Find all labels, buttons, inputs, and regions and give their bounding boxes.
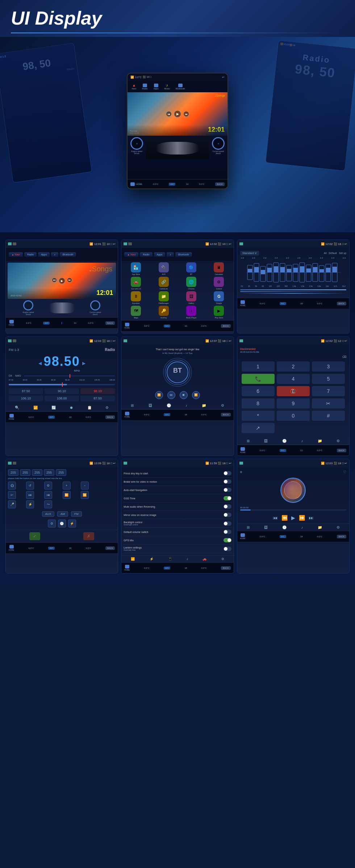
key-1[interactable]: 1: [242, 361, 275, 372]
music-icon-file[interactable]: 📁: [318, 525, 322, 529]
radio-settings-btn[interactable]: ⚙: [105, 406, 109, 410]
bt-photo-btn[interactable]: 🖼: [149, 403, 152, 407]
apps-radio-btn[interactable]: Radio: [140, 252, 152, 257]
nav-music[interactable]: ♪ Music: [162, 82, 172, 90]
toggle-gps-mix[interactable]: [224, 538, 231, 542]
toggle-mute-reverse[interactable]: [224, 504, 231, 509]
nav-bluetooth[interactable]: Bluetooth: [174, 83, 187, 90]
settings-gear-btn[interactable]: ⚙: [221, 557, 224, 561]
play-btn[interactable]: ▶: [174, 110, 181, 118]
nav-radio[interactable]: Radio: [140, 83, 150, 90]
music-home-btn[interactable]: HOME: [240, 533, 246, 539]
back-button[interactable]: BACK: [105, 321, 115, 325]
prev-btn[interactable]: ⏮: [166, 111, 172, 117]
phone-clock-btn[interactable]: 🕐: [282, 439, 287, 443]
music-icon-menu[interactable]: ⊞: [247, 525, 250, 529]
home-play[interactable]: ▶: [59, 278, 65, 284]
radio-rec-btn[interactable]: ⏺: [70, 406, 73, 410]
music-ac-btn[interactable]: A/C: [280, 535, 286, 538]
radio-loop-btn[interactable]: 🔄: [51, 406, 56, 410]
clock-icon-sm[interactable]: 🕐: [58, 520, 66, 528]
am-btn[interactable]: AM: [57, 511, 68, 517]
app-musicplayer[interactable]: ♪ Music Player: [178, 306, 204, 319]
apps-navi-btn[interactable]: ▲ Navi: [124, 252, 138, 257]
bt-ff-btn[interactable]: ⏩: [192, 391, 200, 399]
sc-vol-up[interactable]: +: [63, 482, 71, 490]
bt-prev-btn[interactable]: ⏪: [155, 391, 163, 399]
settings-phone-btn[interactable]: 📱: [168, 557, 172, 561]
bt-stop-btn[interactable]: ⏹: [180, 391, 188, 399]
settings-back-btn[interactable]: BACK: [221, 566, 230, 570]
sc-bt2[interactable]: ⚡: [26, 500, 34, 508]
apps-ac-btn[interactable]: A/C: [164, 325, 170, 327]
phone-file-btn[interactable]: 📁: [318, 439, 322, 443]
key-star[interactable]: *: [242, 411, 275, 421]
app-filemanager[interactable]: 📁 FileManager: [151, 291, 177, 304]
fm-btn[interactable]: FM: [71, 511, 82, 517]
apps-back-btn[interactable]: BACK: [221, 324, 230, 328]
cancel-btn[interactable]: ✗: [83, 532, 94, 540]
key-7[interactable]: 7: [312, 386, 345, 396]
radio-ac-btn[interactable]: A/C: [48, 416, 55, 419]
phone-ac-btn[interactable]: A/C: [280, 449, 286, 452]
back-btn[interactable]: BACK: [215, 182, 225, 186]
bt-clock-btn[interactable]: 🕐: [167, 403, 171, 407]
phone-home-btn[interactable]: HOME: [240, 447, 246, 453]
preset-6[interactable]: 87.50: [80, 395, 115, 401]
app-maps[interactable]: 🗺 Maps: [123, 306, 149, 319]
sc-back[interactable]: ↩: [8, 491, 16, 499]
sc-refresh[interactable]: ↺: [26, 482, 34, 490]
bt-gear-btn[interactable]: ⚙: [221, 403, 224, 407]
preset-3-active[interactable]: 98.10: [80, 388, 115, 394]
sc-gear[interactable]: ⚙: [44, 482, 52, 490]
toggle-gsd-time[interactable]: [224, 496, 231, 500]
bt-file-btn[interactable]: 📁: [202, 403, 206, 407]
music-icon-gear[interactable]: ⚙: [337, 525, 340, 529]
sc-next[interactable]: ⏩: [63, 491, 71, 499]
preset-4[interactable]: 106.10: [9, 395, 43, 401]
eq-ac-btn[interactable]: A/C: [280, 302, 286, 305]
freq-prev[interactable]: ◀: [38, 361, 42, 366]
radio-list-btn[interactable]: 📋: [87, 406, 92, 410]
apps-home-btn[interactable]: HOME: [124, 323, 130, 329]
music-next-btn[interactable]: ⏭: [309, 515, 314, 521]
nav-navi[interactable]: ▲ Navi: [130, 82, 138, 90]
gear-icon-sm[interactable]: ⚙: [48, 520, 56, 528]
key-hash[interactable]: #: [312, 411, 345, 421]
app-equalizer[interactable]: 🎚 Equalizer: [123, 291, 149, 304]
music-icon-note[interactable]: ♪: [301, 525, 303, 529]
app-appstore[interactable]: 🏪 App Store: [123, 262, 149, 275]
key-3[interactable]: 3: [312, 361, 345, 372]
key-2[interactable]: 2: [277, 361, 310, 372]
navi-btn[interactable]: ▲ Navi: [9, 252, 23, 257]
radio-home-btn[interactable]: HOME: [9, 414, 14, 420]
app-playstore[interactable]: ▶ Play Store: [206, 306, 232, 319]
music-rew-btn[interactable]: ⏪: [281, 515, 288, 521]
eq-mode-dropdown[interactable]: Standard ∨: [240, 251, 259, 255]
steering-back-btn[interactable]: BACK: [105, 546, 115, 550]
bt-music-btn[interactable]: ♪: [185, 403, 187, 407]
key-hangup[interactable]: 📵: [277, 386, 310, 396]
toggle-mirror-reverse[interactable]: [224, 513, 231, 517]
app-gallery[interactable]: 🖼 Gallery: [178, 291, 204, 304]
app-control[interactable]: ⚙ Control: [206, 277, 232, 290]
app-bt[interactable]: 🔵 BT: [178, 262, 204, 275]
preset-1[interactable]: 87.50: [9, 388, 43, 394]
phone-menu-btn[interactable]: ⊞: [247, 439, 250, 443]
app-calculator[interactable]: 🖩 Calculator: [206, 262, 232, 275]
settings-home-btn[interactable]: HOME: [124, 565, 130, 571]
key-9[interactable]: 9: [277, 398, 310, 408]
apps-apps-btn[interactable]: Apps: [154, 252, 166, 257]
key-call[interactable]: 📞: [242, 374, 275, 384]
ac-control[interactable]: A/C: [169, 183, 175, 186]
sc-rew[interactable]: ⏮: [44, 491, 52, 499]
music-ff-btn[interactable]: ⏩: [299, 515, 305, 521]
toggle-brake-wire[interactable]: [224, 479, 231, 484]
app-google[interactable]: G Google: [206, 291, 232, 304]
key-5[interactable]: 5: [312, 374, 345, 384]
eq-default-btn[interactable]: Default: [329, 252, 337, 254]
bt-ac-btn[interactable]: A/C: [164, 413, 170, 416]
bt-back-btn[interactable]: BACK: [221, 413, 230, 416]
bt-nav-btn[interactable]: Bluetooth: [60, 252, 76, 257]
freq-next[interactable]: ▶: [82, 361, 85, 366]
